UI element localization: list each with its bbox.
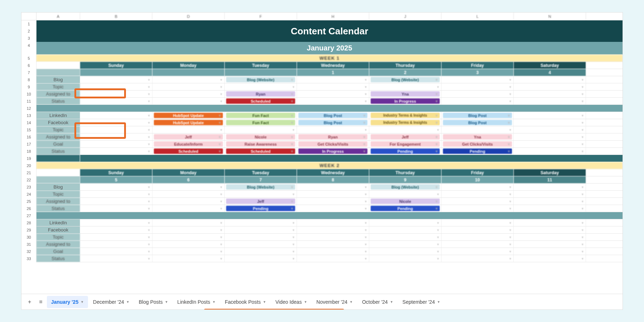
grid-cell[interactable]: ▾ [441, 91, 514, 97]
grid-cell[interactable]: HubSpot Update▾ [152, 112, 225, 119]
grid-cell[interactable]: ▾ [297, 226, 369, 233]
grid-cell[interactable]: For Engagement▾ [369, 141, 441, 147]
cell-chip[interactable]: HubSpot Update▾ [154, 120, 223, 125]
grid-cell[interactable]: ▾ [514, 219, 586, 226]
grid-cell[interactable]: ▾ [152, 91, 225, 97]
grid-cell[interactable]: ▾ [225, 241, 297, 248]
grid-cell[interactable]: ▾ [441, 198, 514, 205]
cell-chip[interactable]: Get Clicks/Visits▾ [298, 141, 367, 147]
grid-cell[interactable]: ▾ [514, 141, 586, 147]
cell-chip[interactable]: Pending▾ [443, 148, 512, 154]
grid-cell[interactable]: Get Clicks/Visits▾ [297, 141, 369, 147]
grid-cell[interactable]: ▾ [80, 205, 152, 212]
cell-chip[interactable]: For Engagement▾ [371, 141, 440, 147]
cell-chip[interactable]: Ryan▾ [298, 134, 367, 140]
grid-cell[interactable]: Thursday [369, 62, 441, 69]
cell-chip[interactable]: Yna▾ [371, 91, 440, 97]
grid-cell[interactable]: ▾ [369, 219, 441, 226]
row-label-cell[interactable] [36, 69, 80, 76]
grid-cell[interactable]: 5 [80, 176, 152, 183]
grid-cell[interactable]: ▾ [369, 248, 441, 255]
grid-cell[interactable]: Fun Fact▾ [225, 112, 297, 119]
row-header[interactable]: 30 [21, 234, 36, 241]
grid-cell[interactable]: ▾ [80, 141, 152, 147]
cell-chip[interactable]: Blog Post▾ [443, 113, 512, 118]
grid-cell[interactable]: ▾ [80, 241, 152, 248]
all-sheets-button[interactable]: ≡ [35, 296, 46, 308]
grid-cell[interactable]: ▾ [225, 248, 297, 255]
grid-cell[interactable]: In Progress▾ [369, 98, 441, 104]
grid-cell[interactable]: ▾ [441, 76, 514, 83]
grid-cell[interactable]: ▾ [514, 205, 586, 212]
row-label-cell[interactable]: Assigned to [36, 91, 80, 97]
grid-cell[interactable]: ▾ [514, 191, 586, 197]
grid-cell[interactable]: ▾ [80, 148, 152, 155]
grid-cell[interactable]: ▾ [297, 241, 369, 248]
add-sheet-button[interactable]: + [24, 296, 35, 308]
grid-cell[interactable]: ▾ [441, 226, 514, 233]
cell-chip[interactable]: Industry Terms & Insights▾ [371, 113, 440, 118]
row-header[interactable]: 12 [21, 105, 36, 112]
column-header[interactable]: H [297, 13, 369, 20]
row-header[interactable]: 26 [21, 205, 36, 212]
grid-cell[interactable]: ▾ [225, 234, 297, 240]
row-header[interactable]: 29 [21, 226, 36, 234]
grid-cell[interactable]: 6 [152, 176, 225, 183]
chevron-down-icon[interactable]: ▼ [165, 300, 168, 304]
grid-cell[interactable]: ▾ [441, 83, 514, 90]
cell-chip[interactable]: Jeff▾ [226, 199, 295, 204]
row-header[interactable]: 33 [21, 255, 36, 262]
grid-cell[interactable]: ▾ [80, 112, 152, 119]
grid-cell[interactable] [225, 69, 297, 76]
grid-cell[interactable]: ▾ [441, 98, 514, 104]
row-label-cell[interactable]: Topic [36, 191, 80, 197]
grid-cell[interactable]: ▾ [225, 126, 297, 133]
grid-cell[interactable]: Saturday [514, 169, 586, 176]
cell-chip[interactable]: Blog (Website)▾ [371, 184, 440, 190]
cell-chip[interactable]: Jeff▾ [371, 134, 440, 140]
grid-cell[interactable]: ▾ [152, 241, 225, 248]
grid-cell[interactable]: Saturday [514, 62, 586, 69]
chevron-down-icon[interactable]: ▼ [304, 300, 307, 304]
grid-cell[interactable]: Nicole▾ [225, 133, 297, 140]
cell-chip[interactable]: In Progress▾ [371, 98, 440, 104]
grid-cell[interactable]: ▾ [441, 255, 514, 262]
chevron-down-icon[interactable]: ▼ [80, 300, 84, 304]
column-header[interactable]: L [441, 13, 514, 20]
grid-cell[interactable]: 2 [369, 69, 441, 76]
row-header[interactable]: 23 [21, 184, 36, 191]
grid-cell[interactable]: 7 [225, 176, 297, 183]
column-header[interactable]: D [152, 13, 225, 20]
cell-chip[interactable]: In Progress▾ [298, 148, 367, 154]
grid-cell[interactable]: ▾ [152, 226, 225, 233]
grid-cell[interactable]: Jeff▾ [152, 133, 225, 140]
grid-cell[interactable]: 1 [297, 69, 369, 76]
grid-cell[interactable]: ▾ [80, 191, 152, 197]
grid-cell[interactable]: ▾ [297, 191, 369, 197]
cell-chip[interactable]: Get Clicks/Visits▾ [443, 141, 512, 147]
chevron-down-icon[interactable]: ▼ [263, 300, 266, 304]
grid-cell[interactable]: 9 [369, 176, 441, 183]
row-header[interactable]: 2 [21, 28, 36, 35]
row-header[interactable]: 28 [21, 219, 36, 226]
cell-chip[interactable]: Blog (Website)▾ [226, 184, 295, 190]
cell-chip[interactable]: Blog Post▾ [443, 120, 512, 125]
grid-cell[interactable]: 10 [441, 176, 514, 183]
grid-cell[interactable]: ▾ [152, 198, 225, 205]
cell-chip[interactable]: Pending▾ [226, 206, 295, 211]
grid-cell[interactable]: ▾ [514, 126, 586, 133]
grid-cell[interactable] [152, 69, 225, 76]
grid-cell[interactable]: Jeff▾ [369, 133, 441, 140]
row-header[interactable]: 4 [21, 42, 36, 55]
grid-cell[interactable]: ▾ [297, 248, 369, 255]
grid-cell[interactable]: ▾ [225, 83, 297, 90]
grid-cell[interactable]: Yna▾ [369, 91, 441, 97]
grid-cell[interactable]: In Progress▾ [297, 148, 369, 155]
grid-cell[interactable]: Scheduled▾ [225, 98, 297, 104]
grid-cell[interactable]: ▾ [80, 226, 152, 233]
grid-cell[interactable]: ▾ [297, 98, 369, 104]
grid-cell[interactable]: Tuesday [225, 169, 297, 176]
sheet-tab[interactable]: January '25▼ [47, 296, 88, 308]
cell-chip[interactable]: Yna▾ [443, 134, 512, 140]
cell-chip[interactable]: HubSpot Update▾ [154, 113, 223, 118]
